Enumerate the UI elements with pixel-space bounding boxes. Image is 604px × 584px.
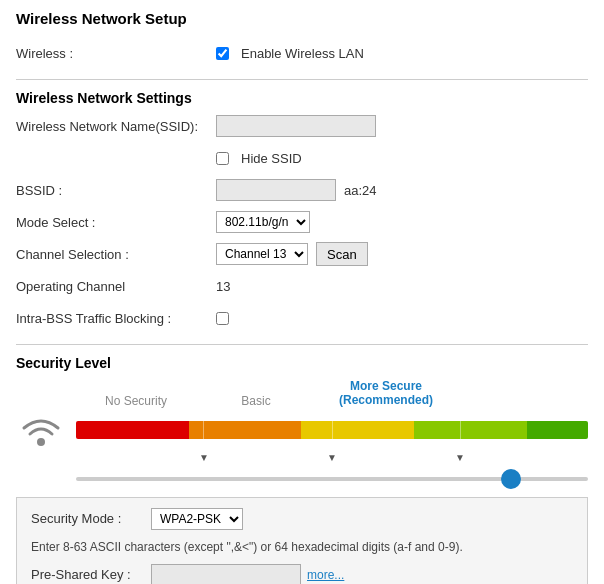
arrow-2: ▼ (268, 452, 396, 463)
enable-wireless-checkbox[interactable] (216, 47, 229, 60)
bar-seg-1 (76, 421, 204, 439)
wireless-row: Wireless : Enable Wireless LAN (16, 41, 588, 65)
intra-bss-checkbox[interactable] (216, 312, 229, 325)
op-channel-value: 13 (216, 279, 230, 294)
security-mode-select[interactable]: WPA2-PSK WPA-PSK WEP None (151, 508, 243, 530)
settings-title: Wireless Network Settings (16, 90, 588, 106)
basic-label: Basic (196, 394, 316, 408)
mode-value: 802.11b/g/n 802.11b/g 802.11n (216, 211, 310, 233)
arrow-spacer-0 (76, 452, 140, 463)
settings-section: Wireless Network Settings Wireless Netwo… (16, 90, 588, 330)
security-bar-container (76, 421, 588, 439)
security-color-bar (76, 421, 588, 439)
wireless-value: Enable Wireless LAN (216, 46, 364, 61)
arrow-spacer-4 (524, 452, 588, 463)
hide-ssid-checkbox[interactable] (216, 152, 229, 165)
arrows-row: ▼ ▼ ▼ (76, 452, 588, 463)
sec-mode-row: Security Mode : WPA2-PSK WPA-PSK WEP Non… (31, 508, 573, 530)
channel-row: Channel Selection : Channel 1Channel 2Ch… (16, 242, 588, 266)
security-section: Security Level No Security Basic More Se… (16, 355, 588, 584)
arrow-down-1: ▼ (199, 452, 209, 463)
intra-bss-label: Intra-BSS Traffic Blocking : (16, 311, 216, 326)
divider-2 (16, 344, 588, 345)
psk-label: Pre-Shared Key : (31, 567, 151, 582)
slider-row (76, 469, 588, 489)
wireless-label: Wireless : (16, 46, 216, 61)
page-title: Wireless Network Setup (16, 10, 588, 27)
security-title: Security Level (16, 355, 588, 371)
channel-label: Channel Selection : (16, 247, 216, 262)
security-desc: Enter 8-63 ASCII characters (except ",&<… (31, 538, 573, 556)
psk-input[interactable] (151, 564, 301, 584)
arrow-3: ▼ (396, 452, 524, 463)
bssid-suffix: aa:24 (344, 183, 377, 198)
enable-wireless-label: Enable Wireless LAN (241, 46, 364, 61)
mode-row: Mode Select : 802.11b/g/n 802.11b/g 802.… (16, 210, 588, 234)
arrow-down-2: ▼ (327, 452, 337, 463)
security-labels-row: No Security Basic More Secure(Recommende… (76, 379, 588, 408)
ssid-row: Wireless Network Name(SSID): (16, 114, 588, 138)
hide-ssid-label: Hide SSID (241, 151, 302, 166)
op-channel-label: Operating Channel (16, 279, 216, 294)
sec-mode-label: Security Mode : (31, 511, 151, 526)
wireless-section: Wireless : Enable Wireless LAN (16, 41, 588, 65)
more-link[interactable]: more... (307, 568, 344, 582)
intra-bss-row: Intra-BSS Traffic Blocking : (16, 306, 588, 330)
arrow-1: ▼ (140, 452, 268, 463)
divider-1 (16, 79, 588, 80)
channel-value: Channel 1Channel 2Channel 3 Channel 4Cha… (216, 242, 368, 266)
bssid-value: aa:24 (216, 179, 377, 201)
op-channel-number: 13 (216, 279, 230, 294)
psk-row: Pre-Shared Key : more... (31, 564, 573, 584)
bssid-input[interactable] (216, 179, 336, 201)
intra-bss-value (216, 312, 233, 325)
ssid-value (216, 115, 376, 137)
bssid-row: BSSID : aa:24 (16, 178, 588, 202)
channel-select[interactable]: Channel 1Channel 2Channel 3 Channel 4Cha… (216, 243, 308, 265)
bar-seg-2 (204, 421, 332, 439)
ssid-label: Wireless Network Name(SSID): (16, 119, 216, 134)
security-slider-thumb[interactable] (501, 469, 521, 489)
hide-ssid-value: Hide SSID (216, 151, 302, 166)
scan-button[interactable]: Scan (316, 242, 368, 266)
security-bar-row (16, 412, 588, 448)
mode-select[interactable]: 802.11b/g/n 802.11b/g 802.11n (216, 211, 310, 233)
arrow-down-3: ▼ (455, 452, 465, 463)
bssid-label: BSSID : (16, 183, 216, 198)
security-box: Security Mode : WPA2-PSK WPA-PSK WEP Non… (16, 497, 588, 584)
page-header: Wireless Network Setup (16, 10, 588, 27)
svg-point-0 (37, 438, 45, 446)
more-secure-label: More Secure(Recommended) (316, 379, 456, 408)
hide-ssid-row: Hide SSID (16, 146, 588, 170)
bar-seg-4 (461, 421, 588, 439)
wifi-icon (16, 412, 66, 448)
no-security-label: No Security (76, 394, 196, 408)
mode-label: Mode Select : (16, 215, 216, 230)
op-channel-row: Operating Channel 13 (16, 274, 588, 298)
bar-seg-3 (333, 421, 461, 439)
ssid-input[interactable] (216, 115, 376, 137)
